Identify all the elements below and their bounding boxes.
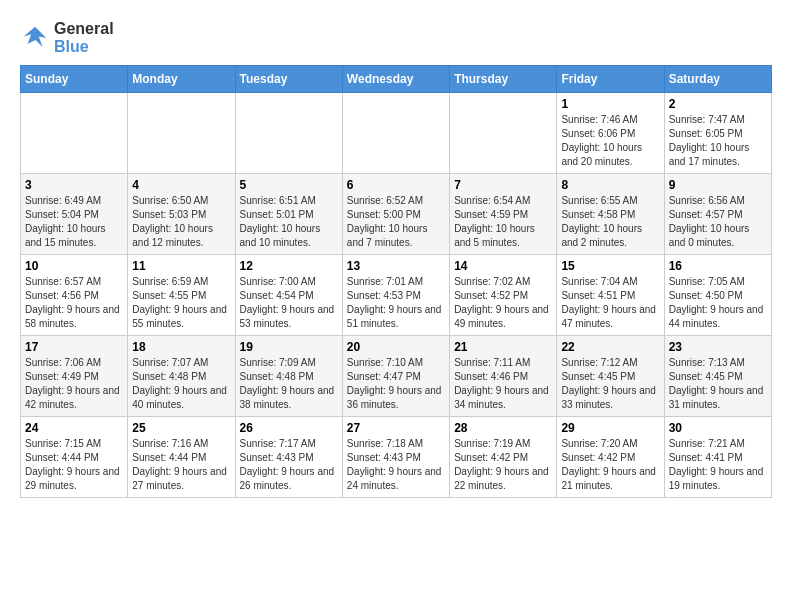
- day-info: Sunrise: 7:18 AM Sunset: 4:43 PM Dayligh…: [347, 437, 445, 493]
- calendar-cell: 28Sunrise: 7:19 AM Sunset: 4:42 PM Dayli…: [450, 417, 557, 498]
- day-number: 27: [347, 421, 445, 435]
- calendar-cell: 18Sunrise: 7:07 AM Sunset: 4:48 PM Dayli…: [128, 336, 235, 417]
- day-info: Sunrise: 7:15 AM Sunset: 4:44 PM Dayligh…: [25, 437, 123, 493]
- day-number: 15: [561, 259, 659, 273]
- day-number: 14: [454, 259, 552, 273]
- day-info: Sunrise: 7:00 AM Sunset: 4:54 PM Dayligh…: [240, 275, 338, 331]
- day-info: Sunrise: 6:56 AM Sunset: 4:57 PM Dayligh…: [669, 194, 767, 250]
- page-header: General Blue: [20, 20, 772, 55]
- day-number: 9: [669, 178, 767, 192]
- day-info: Sunrise: 7:11 AM Sunset: 4:46 PM Dayligh…: [454, 356, 552, 412]
- calendar-cell: 21Sunrise: 7:11 AM Sunset: 4:46 PM Dayli…: [450, 336, 557, 417]
- day-number: 16: [669, 259, 767, 273]
- calendar-cell: 3Sunrise: 6:49 AM Sunset: 5:04 PM Daylig…: [21, 174, 128, 255]
- calendar-cell: 8Sunrise: 6:55 AM Sunset: 4:58 PM Daylig…: [557, 174, 664, 255]
- weekday-header-thursday: Thursday: [450, 66, 557, 93]
- day-number: 24: [25, 421, 123, 435]
- day-number: 6: [347, 178, 445, 192]
- calendar-cell: 17Sunrise: 7:06 AM Sunset: 4:49 PM Dayli…: [21, 336, 128, 417]
- day-number: 11: [132, 259, 230, 273]
- calendar-cell: [128, 93, 235, 174]
- day-info: Sunrise: 7:09 AM Sunset: 4:48 PM Dayligh…: [240, 356, 338, 412]
- calendar-cell: 22Sunrise: 7:12 AM Sunset: 4:45 PM Dayli…: [557, 336, 664, 417]
- logo-icon: [20, 23, 50, 53]
- calendar-week-2: 3Sunrise: 6:49 AM Sunset: 5:04 PM Daylig…: [21, 174, 772, 255]
- day-number: 29: [561, 421, 659, 435]
- weekday-header-saturday: Saturday: [664, 66, 771, 93]
- calendar-cell: 16Sunrise: 7:05 AM Sunset: 4:50 PM Dayli…: [664, 255, 771, 336]
- calendar-cell: [342, 93, 449, 174]
- day-info: Sunrise: 7:02 AM Sunset: 4:52 PM Dayligh…: [454, 275, 552, 331]
- day-info: Sunrise: 7:06 AM Sunset: 4:49 PM Dayligh…: [25, 356, 123, 412]
- calendar-cell: 20Sunrise: 7:10 AM Sunset: 4:47 PM Dayli…: [342, 336, 449, 417]
- day-info: Sunrise: 7:16 AM Sunset: 4:44 PM Dayligh…: [132, 437, 230, 493]
- day-number: 3: [25, 178, 123, 192]
- day-info: Sunrise: 7:10 AM Sunset: 4:47 PM Dayligh…: [347, 356, 445, 412]
- day-number: 22: [561, 340, 659, 354]
- day-info: Sunrise: 6:54 AM Sunset: 4:59 PM Dayligh…: [454, 194, 552, 250]
- calendar-cell: 14Sunrise: 7:02 AM Sunset: 4:52 PM Dayli…: [450, 255, 557, 336]
- day-info: Sunrise: 7:17 AM Sunset: 4:43 PM Dayligh…: [240, 437, 338, 493]
- day-info: Sunrise: 6:50 AM Sunset: 5:03 PM Dayligh…: [132, 194, 230, 250]
- calendar-cell: 10Sunrise: 6:57 AM Sunset: 4:56 PM Dayli…: [21, 255, 128, 336]
- calendar-week-3: 10Sunrise: 6:57 AM Sunset: 4:56 PM Dayli…: [21, 255, 772, 336]
- day-number: 19: [240, 340, 338, 354]
- day-number: 10: [25, 259, 123, 273]
- day-info: Sunrise: 7:13 AM Sunset: 4:45 PM Dayligh…: [669, 356, 767, 412]
- day-number: 13: [347, 259, 445, 273]
- calendar-cell: 30Sunrise: 7:21 AM Sunset: 4:41 PM Dayli…: [664, 417, 771, 498]
- calendar-cell: [21, 93, 128, 174]
- day-number: 21: [454, 340, 552, 354]
- day-info: Sunrise: 7:46 AM Sunset: 6:06 PM Dayligh…: [561, 113, 659, 169]
- logo-text: General Blue: [54, 20, 114, 55]
- calendar-cell: 26Sunrise: 7:17 AM Sunset: 4:43 PM Dayli…: [235, 417, 342, 498]
- day-info: Sunrise: 7:01 AM Sunset: 4:53 PM Dayligh…: [347, 275, 445, 331]
- day-number: 1: [561, 97, 659, 111]
- calendar-cell: 23Sunrise: 7:13 AM Sunset: 4:45 PM Dayli…: [664, 336, 771, 417]
- day-number: 23: [669, 340, 767, 354]
- day-number: 7: [454, 178, 552, 192]
- svg-marker-0: [24, 26, 47, 46]
- day-info: Sunrise: 6:59 AM Sunset: 4:55 PM Dayligh…: [132, 275, 230, 331]
- day-info: Sunrise: 7:12 AM Sunset: 4:45 PM Dayligh…: [561, 356, 659, 412]
- calendar-cell: 24Sunrise: 7:15 AM Sunset: 4:44 PM Dayli…: [21, 417, 128, 498]
- day-info: Sunrise: 7:05 AM Sunset: 4:50 PM Dayligh…: [669, 275, 767, 331]
- weekday-header-sunday: Sunday: [21, 66, 128, 93]
- day-info: Sunrise: 7:07 AM Sunset: 4:48 PM Dayligh…: [132, 356, 230, 412]
- weekday-header-monday: Monday: [128, 66, 235, 93]
- calendar-cell: 1Sunrise: 7:46 AM Sunset: 6:06 PM Daylig…: [557, 93, 664, 174]
- day-number: 20: [347, 340, 445, 354]
- weekday-header-tuesday: Tuesday: [235, 66, 342, 93]
- day-info: Sunrise: 6:57 AM Sunset: 4:56 PM Dayligh…: [25, 275, 123, 331]
- weekday-header-wednesday: Wednesday: [342, 66, 449, 93]
- day-info: Sunrise: 6:52 AM Sunset: 5:00 PM Dayligh…: [347, 194, 445, 250]
- day-info: Sunrise: 6:51 AM Sunset: 5:01 PM Dayligh…: [240, 194, 338, 250]
- day-number: 5: [240, 178, 338, 192]
- calendar-cell: [450, 93, 557, 174]
- calendar-cell: 13Sunrise: 7:01 AM Sunset: 4:53 PM Dayli…: [342, 255, 449, 336]
- calendar-cell: 6Sunrise: 6:52 AM Sunset: 5:00 PM Daylig…: [342, 174, 449, 255]
- day-number: 26: [240, 421, 338, 435]
- calendar-cell: 15Sunrise: 7:04 AM Sunset: 4:51 PM Dayli…: [557, 255, 664, 336]
- day-number: 12: [240, 259, 338, 273]
- calendar-cell: 19Sunrise: 7:09 AM Sunset: 4:48 PM Dayli…: [235, 336, 342, 417]
- calendar-cell: 7Sunrise: 6:54 AM Sunset: 4:59 PM Daylig…: [450, 174, 557, 255]
- day-number: 17: [25, 340, 123, 354]
- calendar-week-4: 17Sunrise: 7:06 AM Sunset: 4:49 PM Dayli…: [21, 336, 772, 417]
- calendar-week-1: 1Sunrise: 7:46 AM Sunset: 6:06 PM Daylig…: [21, 93, 772, 174]
- calendar-cell: 29Sunrise: 7:20 AM Sunset: 4:42 PM Dayli…: [557, 417, 664, 498]
- day-number: 8: [561, 178, 659, 192]
- calendar-table: SundayMondayTuesdayWednesdayThursdayFrid…: [20, 65, 772, 498]
- weekday-header-friday: Friday: [557, 66, 664, 93]
- calendar-cell: 25Sunrise: 7:16 AM Sunset: 4:44 PM Dayli…: [128, 417, 235, 498]
- calendar-cell: [235, 93, 342, 174]
- calendar-cell: 5Sunrise: 6:51 AM Sunset: 5:01 PM Daylig…: [235, 174, 342, 255]
- calendar-cell: 12Sunrise: 7:00 AM Sunset: 4:54 PM Dayli…: [235, 255, 342, 336]
- day-number: 25: [132, 421, 230, 435]
- day-number: 18: [132, 340, 230, 354]
- day-info: Sunrise: 7:04 AM Sunset: 4:51 PM Dayligh…: [561, 275, 659, 331]
- logo: General Blue: [20, 20, 114, 55]
- day-info: Sunrise: 7:21 AM Sunset: 4:41 PM Dayligh…: [669, 437, 767, 493]
- day-number: 4: [132, 178, 230, 192]
- calendar-cell: 11Sunrise: 6:59 AM Sunset: 4:55 PM Dayli…: [128, 255, 235, 336]
